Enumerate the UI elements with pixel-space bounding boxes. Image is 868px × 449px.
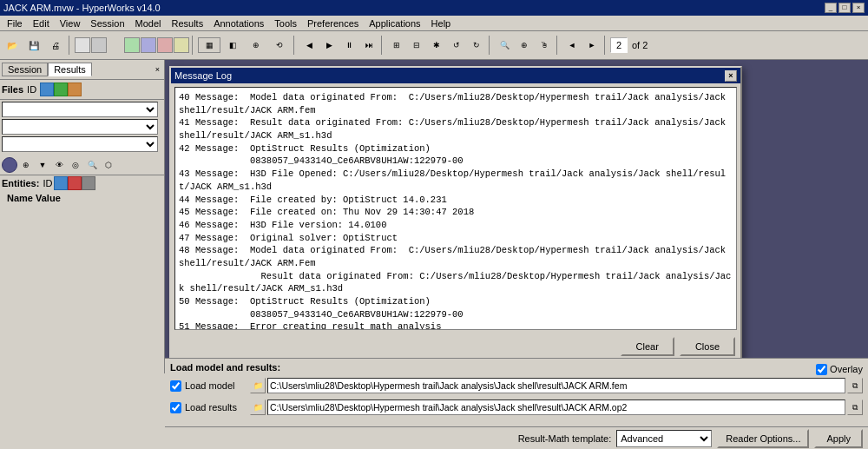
log-line-45: 45 Message: File created on: Thu Nov 29 … [179, 206, 733, 219]
menu-session[interactable]: Session [85, 17, 129, 30]
title-controls: _ □ × [825, 3, 865, 13]
load-results-checkbox[interactable] [170, 402, 181, 413]
message-log-dialog: Message Log × 40 Message: Model data ori… [169, 66, 742, 361]
load-model-path-input[interactable]: C:\Users\mliu28\Desktop\Hypermesh trail\… [267, 378, 845, 393]
toolbar-btn-5[interactable] [91, 37, 107, 53]
minimize-button[interactable]: _ [825, 3, 837, 13]
sidebar-icon-btn-1[interactable] [40, 83, 54, 96]
toolbar-btn-15[interactable]: ◀ [299, 36, 319, 55]
load-model-checkbox[interactable] [170, 380, 181, 392]
vis-btn-1[interactable] [2, 157, 17, 173]
toolbar-btn-10[interactable] [174, 37, 189, 53]
toolbar-btn-13[interactable]: ⊕ [245, 37, 267, 53]
page-number-input[interactable]: 2 [610, 37, 628, 53]
overlay-label: Overlay [830, 364, 863, 374]
sidebar-dropdown-2[interactable] [2, 119, 158, 135]
sidebar-dropdown-1[interactable] [2, 102, 158, 117]
sidebar-dropdown-3[interactable] [2, 136, 158, 152]
toolbar-btn-1[interactable]: 📂 [2, 36, 23, 55]
toolbar-btn-14[interactable]: ⟲ [268, 37, 291, 53]
toolbar-btn-12[interactable]: ◧ [221, 37, 244, 53]
vis-btn-7[interactable]: ⬡ [101, 157, 116, 173]
toolbar-btn-23[interactable]: ↻ [467, 36, 486, 55]
toolbar-btn-28[interactable]: ► [582, 36, 602, 55]
vis-btn-2[interactable]: ⊕ [18, 157, 34, 173]
log-area[interactable]: 40 Message: Model data originated From: … [174, 87, 737, 330]
dialog-close-icon-btn[interactable]: × [725, 70, 737, 82]
load-model-row: Load model 📁 C:\Users\mliu28\Desktop\Hyp… [170, 376, 863, 395]
sidebar-close-btn[interactable]: × [153, 65, 162, 74]
result-math-template-select[interactable]: Advanced Basic Custom [616, 430, 712, 447]
id-label: ID [27, 84, 36, 95]
toolbar-sep-6 [556, 36, 560, 55]
toolbar-sep-4 [381, 36, 385, 55]
toolbar-btn-27[interactable]: ◄ [562, 36, 582, 55]
tab-results[interactable]: Results [48, 63, 92, 76]
menu-preferences[interactable]: Preferences [302, 17, 364, 30]
menu-model[interactable]: Model [130, 17, 167, 30]
toolbar-btn-6[interactable] [108, 37, 123, 53]
toolbar-btn-8[interactable] [141, 37, 156, 53]
toolbar-btn-2[interactable]: 💾 [23, 36, 44, 55]
toolbar-btn-19[interactable]: ⊞ [387, 36, 406, 55]
menu-view[interactable]: View [55, 17, 86, 30]
toolbar-btn-21[interactable]: ✱ [427, 36, 446, 55]
entities-btn-3[interactable] [82, 176, 95, 190]
log-line-51: 51 Message: Error creating result math a… [179, 320, 733, 330]
toolbar-btn-16[interactable]: ▶ [319, 36, 339, 55]
toolbar-btn-26[interactable]: 🖱 [535, 36, 554, 55]
clear-button[interactable]: Clear [621, 337, 674, 356]
menu-bar: File Edit View Session Model Results Ann… [0, 16, 868, 31]
result-math-row: Result-Math template: Advanced Basic Cus… [165, 426, 868, 449]
vis-btn-5[interactable]: ◎ [68, 157, 83, 173]
log-line-41: 41 Message: Result data originated From:… [179, 116, 733, 142]
load-results-row: Load results 📁 C:\Users\mliu28\Desktop\H… [170, 398, 863, 417]
sidebar-icon-btn-2[interactable] [54, 83, 68, 96]
entities-btn-2[interactable] [68, 176, 82, 190]
menu-help[interactable]: Help [426, 17, 457, 30]
toolbar-btn-9[interactable] [157, 37, 173, 53]
apply-button[interactable]: Apply [814, 429, 863, 448]
overlay-checkbox[interactable] [816, 364, 827, 375]
log-line-48: 48 Message: Model data originated From: … [179, 244, 733, 269]
reader-options-button[interactable]: Reader Options... [717, 429, 809, 448]
toolbar-btn-25[interactable]: ⊕ [515, 36, 534, 55]
menu-annotations[interactable]: Annotations [208, 17, 269, 30]
vis-btn-6[interactable]: 🔍 [84, 157, 100, 173]
log-line-49: Result data originated From: C:/Users/ml… [179, 270, 733, 295]
title-bar: JACK ARM.mvw - HyperWorks v14.0 _ □ × [0, 0, 868, 16]
log-line-40: 40 Message: Model data originated From: … [179, 91, 733, 116]
maximize-button[interactable]: □ [838, 3, 851, 13]
name-value-section: Name Value [0, 191, 164, 373]
load-model-folder-btn[interactable]: 📁 [250, 378, 266, 393]
toolbar-btn-11[interactable]: ▦ [198, 37, 220, 53]
load-results-copy-btn[interactable]: ⧉ [847, 399, 863, 415]
toolbar-btn-24[interactable]: 🔍 [495, 36, 514, 55]
toolbar-btn-18[interactable]: ⏭ [359, 36, 378, 55]
log-line-47: 47 Message: Original solver: OptiStruct [179, 232, 733, 245]
toolbar-btn-3[interactable]: 🖨 [45, 36, 66, 55]
vis-btn-3[interactable]: ▼ [35, 157, 50, 173]
sidebar: Session Results × Files ID [0, 60, 165, 373]
vis-btn-4[interactable]: 👁 [51, 157, 67, 173]
menu-results[interactable]: Results [166, 17, 208, 30]
close-dialog-button[interactable]: Close [680, 337, 735, 356]
sidebar-icon-btn-3[interactable] [68, 83, 82, 96]
close-app-button[interactable]: × [852, 3, 865, 13]
toolbar-btn-4[interactable] [75, 37, 90, 53]
load-section: Load model and results: Overlay Load mod… [165, 358, 868, 423]
menu-tools[interactable]: Tools [269, 17, 302, 30]
menu-file[interactable]: File [2, 17, 28, 30]
menu-applications[interactable]: Applications [364, 17, 425, 30]
load-results-folder-btn[interactable]: 📁 [250, 399, 266, 415]
toolbar-btn-22[interactable]: ↺ [447, 36, 466, 55]
load-model-copy-btn[interactable]: ⧉ [847, 378, 863, 393]
toolbar-btn-20[interactable]: ⊟ [407, 36, 426, 55]
load-results-path-input[interactable]: C:\Users\mliu28\Desktop\Hypermesh trail\… [267, 399, 845, 415]
log-line-50: 50 Message: OptiStruct Results (Optimiza… [179, 295, 733, 308]
toolbar-btn-17[interactable]: ⏸ [339, 36, 358, 55]
menu-edit[interactable]: Edit [28, 17, 55, 30]
entities-btn-1[interactable] [54, 176, 68, 190]
toolbar-btn-7[interactable] [124, 37, 140, 53]
tab-session[interactable]: Session [2, 63, 48, 76]
